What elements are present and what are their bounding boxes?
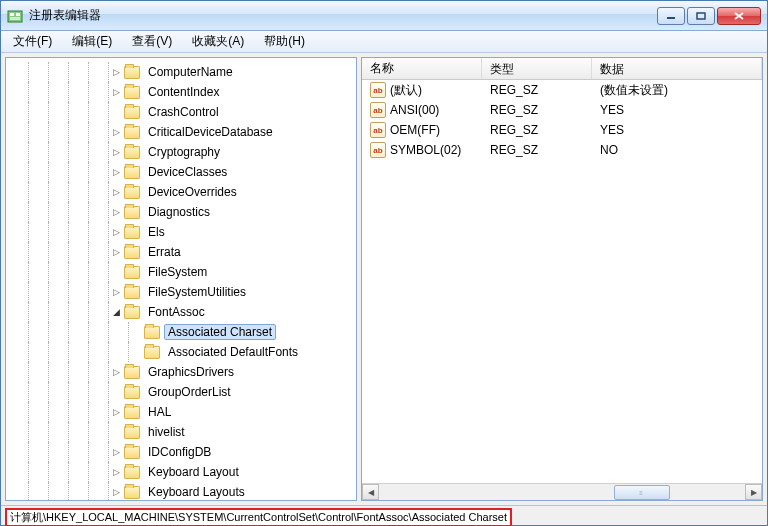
tree-item[interactable]: ▷DeviceOverrides (10, 182, 356, 202)
tree-item-label: FileSystem (144, 264, 211, 280)
expander-icon[interactable]: ▷ (110, 287, 122, 297)
scroll-thumb[interactable]: ≡ (614, 485, 670, 500)
tree-item[interactable]: ▷FileSystemUtilities (10, 282, 356, 302)
close-button[interactable] (717, 7, 761, 25)
scroll-track[interactable] (670, 484, 745, 500)
folder-icon (124, 246, 140, 259)
tree-item-label: GroupOrderList (144, 384, 235, 400)
expander-icon[interactable]: ▷ (110, 447, 122, 457)
tree-item[interactable]: ▷HAL (10, 402, 356, 422)
table-row[interactable]: abANSI(00)REG_SZYES (362, 100, 762, 120)
tree-item[interactable]: ▷Cryptography (10, 142, 356, 162)
tree-item[interactable]: ▷ComputerName (10, 62, 356, 82)
minimize-button[interactable] (657, 7, 685, 25)
expander-icon[interactable]: ▷ (110, 367, 122, 377)
cell-type: REG_SZ (482, 103, 592, 117)
expander-icon[interactable]: ▷ (110, 407, 122, 417)
table-row[interactable]: abSYMBOL(02)REG_SZNO (362, 140, 762, 160)
menu-view[interactable]: 查看(V) (124, 31, 180, 52)
column-header-data[interactable]: 数据 (592, 58, 762, 79)
scroll-right-button[interactable]: ▶ (745, 484, 762, 500)
menu-favorites[interactable]: 收藏夹(A) (184, 31, 252, 52)
folder-icon (124, 226, 140, 239)
app-icon (7, 8, 23, 24)
value-name: ANSI(00) (390, 103, 439, 117)
expander-icon[interactable]: ▷ (110, 147, 122, 157)
expander-icon[interactable]: ▷ (110, 127, 122, 137)
menu-edit[interactable]: 编辑(E) (64, 31, 120, 52)
reg-string-icon: ab (370, 102, 386, 118)
tree-item-label: Els (144, 224, 169, 240)
tree-item[interactable]: ▷Diagnostics (10, 202, 356, 222)
tree-item[interactable]: ▷Els (10, 222, 356, 242)
folder-icon (124, 426, 140, 439)
expander-icon[interactable]: ▷ (110, 67, 122, 77)
cell-type: REG_SZ (482, 143, 592, 157)
tree-item[interactable]: GroupOrderList (10, 382, 356, 402)
tree-item[interactable]: ▷ContentIndex (10, 82, 356, 102)
column-header-name[interactable]: 名称 (362, 58, 482, 79)
tree-item[interactable]: FileSystem (10, 262, 356, 282)
scroll-track[interactable] (379, 484, 454, 500)
expander-icon[interactable]: ▷ (110, 247, 122, 257)
expander-icon[interactable]: ▷ (110, 227, 122, 237)
svg-rect-0 (8, 11, 22, 22)
expander-icon[interactable]: ▷ (110, 87, 122, 97)
tree-item[interactable]: Associated DefaultFonts (10, 342, 356, 362)
expander-icon[interactable]: ◢ (110, 307, 122, 317)
tree-item-label: Keyboard Layout (144, 464, 243, 480)
tree-item[interactable]: ▷Keyboard Layouts (10, 482, 356, 501)
menu-help[interactable]: 帮助(H) (256, 31, 313, 52)
reg-string-icon: ab (370, 122, 386, 138)
tree-item-label: CriticalDeviceDatabase (144, 124, 277, 140)
tree-item-label: IDConfigDB (144, 444, 215, 460)
tree-item[interactable]: ▷Errata (10, 242, 356, 262)
tree-item-label: Errata (144, 244, 185, 260)
status-path: 计算机\HKEY_LOCAL_MACHINE\SYSTEM\CurrentCon… (5, 508, 512, 526)
tree-item-label: DeviceClasses (144, 164, 231, 180)
value-name: (默认) (390, 82, 422, 99)
content-area: ▷ComputerName▷ContentIndexCrashControl▷C… (1, 53, 767, 505)
table-row[interactable]: abOEM(FF)REG_SZYES (362, 120, 762, 140)
folder-icon (144, 346, 160, 359)
expander-icon[interactable]: ▷ (110, 187, 122, 197)
expander-icon[interactable]: ▷ (110, 487, 122, 497)
cell-data: NO (592, 143, 762, 157)
value-name: OEM(FF) (390, 123, 440, 137)
cell-data: YES (592, 103, 762, 117)
reg-string-icon: ab (370, 142, 386, 158)
reg-string-icon: ab (370, 82, 386, 98)
expander-icon[interactable]: ▷ (110, 167, 122, 177)
tree-item[interactable]: hivelist (10, 422, 356, 442)
tree-item[interactable]: ▷DeviceClasses (10, 162, 356, 182)
list-body[interactable]: ab(默认)REG_SZ(数值未设置)abANSI(00)REG_SZYESab… (362, 80, 762, 483)
list-header: 名称 类型 数据 (362, 58, 762, 80)
folder-icon (124, 306, 140, 319)
cell-type: REG_SZ (482, 123, 592, 137)
titlebar[interactable]: 注册表编辑器 (1, 1, 767, 31)
tree-item-label: hivelist (144, 424, 189, 440)
tree-item-label: ComputerName (144, 64, 237, 80)
tree-item[interactable]: ▷Keyboard Layout (10, 462, 356, 482)
tree-item[interactable]: CrashControl (10, 102, 356, 122)
tree-item[interactable]: ▷CriticalDeviceDatabase (10, 122, 356, 142)
tree-item[interactable]: ▷IDConfigDB (10, 442, 356, 462)
expander-icon[interactable]: ▷ (110, 467, 122, 477)
svg-rect-1 (10, 13, 14, 16)
column-header-type[interactable]: 类型 (482, 58, 592, 79)
scroll-left-button[interactable]: ◀ (362, 484, 379, 500)
expander-icon[interactable]: ▷ (110, 207, 122, 217)
tree-item[interactable]: ▷GraphicsDrivers (10, 362, 356, 382)
tree-item[interactable]: ◢FontAssoc (10, 302, 356, 322)
value-name: SYMBOL(02) (390, 143, 461, 157)
tree-item-label: GraphicsDrivers (144, 364, 238, 380)
tree-item-label: Associated Charset (164, 324, 276, 340)
folder-icon (124, 406, 140, 419)
horizontal-scrollbar[interactable]: ◀ ≡ ▶ (362, 483, 762, 500)
table-row[interactable]: ab(默认)REG_SZ(数值未设置) (362, 80, 762, 100)
tree-pane[interactable]: ▷ComputerName▷ContentIndexCrashControl▷C… (5, 57, 357, 501)
tree-item[interactable]: Associated Charset (10, 322, 356, 342)
menu-file[interactable]: 文件(F) (5, 31, 60, 52)
tree-item-label: FileSystemUtilities (144, 284, 250, 300)
maximize-button[interactable] (687, 7, 715, 25)
